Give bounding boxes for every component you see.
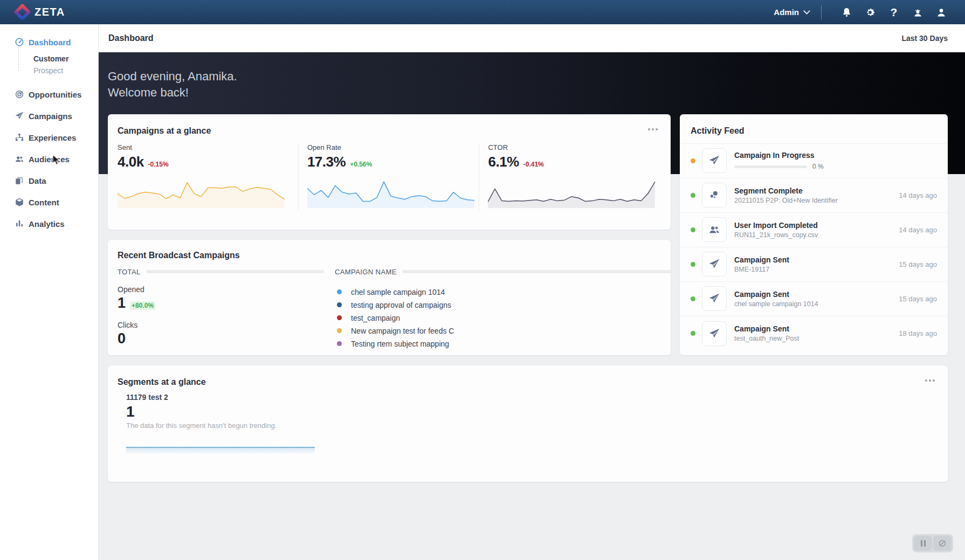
legend-dot [337,328,342,333]
recent-broadcast-card: Recent Broadcast Campaigns TOTAL Opened [108,240,671,355]
brand-name: ZETA [35,6,65,18]
more-options-icon[interactable] [646,126,660,133]
feed-timestamp: 15 days ago [899,260,937,268]
sidebar-subitem-customer[interactable]: Customer [0,53,98,65]
more-options-icon[interactable] [923,377,937,384]
gauge-icon [15,37,24,47]
sidebar-item-dashboard[interactable]: Dashboard [0,31,98,53]
bar-chart-icon [15,219,24,229]
campaign-legend-item[interactable]: New campaign test for feeds C [335,324,660,337]
sidebar-nav: Dashboard Customer Prospect Opportunitie… [0,24,99,560]
sidebar-item-label: Dashboard [29,38,71,47]
notifications-bell-icon[interactable] [835,4,858,20]
paper-plane-icon [702,252,727,276]
page-title: Dashboard [108,33,154,43]
pause-button[interactable] [914,536,932,551]
stat-delta: -0.41% [523,161,544,168]
legend-dot [337,341,342,346]
crossed-circle-icon [938,539,947,548]
stat-delta: +0.56% [350,161,372,168]
top-nav-bar: ZETA Admin ? [0,0,965,24]
campaign-legend-item[interactable]: chel sample campaign 1014 [335,286,660,299]
status-dot [691,158,695,163]
stat-ctor: CTOR 6.1% -0.41% [479,143,660,210]
people-icon [15,154,24,164]
greeting-message: Good evening, Anamika. Welcome back! [108,68,948,101]
page-header: Dashboard Last 30 Days [99,24,965,52]
disable-auto-refresh-button[interactable] [933,536,952,551]
tree-connector [18,46,19,71]
feed-timestamp: 14 days ago [899,191,937,199]
progress-bar [734,165,807,168]
feed-timestamp: 14 days ago [899,226,937,234]
segment-note: The data for this segment hasn't begun t… [126,421,937,430]
campaign-name-column-header: CAMPAIGN NAME [335,268,397,276]
feed-item[interactable]: Campaign In Progress 0 % [680,144,948,178]
user-profile-icon[interactable] [929,4,953,20]
flow-icon [15,133,24,142]
stat-open-rate: Open Rate 17.3% +0.56% [298,143,479,210]
stat-value: 4.0k [118,154,144,170]
sidebar-item-opportunities[interactable]: Opportunities [0,84,98,105]
segments-glance-card: Segments at a glance 11179 test 2 1 The … [108,365,948,482]
feed-item[interactable]: Campaign Sent chel sample campaign 1014 … [680,282,948,316]
sidebar-item-label: Analytics [29,219,65,229]
sidebar-item-label: Opportunities [29,90,81,99]
activity-feed-card: Activity Feed Campaign In Progress [680,114,948,355]
feed-controls [912,534,953,552]
chevron-down-icon [803,8,810,15]
paper-plane-icon [702,321,727,346]
open-rate-sparkline [307,179,474,208]
sidebar-item-label: Experiences [29,133,76,142]
status-dot [691,262,695,267]
pause-icon [921,540,926,547]
admin-dropdown[interactable]: Admin [774,8,809,17]
segment-value: 1 [126,403,937,420]
header-bar [146,270,324,273]
delta-badge: +80.0% [130,301,155,310]
pages-icon [15,176,24,185]
sidebar-item-data[interactable]: Data [0,170,98,191]
paper-plane-icon [702,286,727,311]
campaign-legend-item[interactable]: Testing rtem subject mapping [335,337,660,350]
target-icon [15,89,24,99]
support-agent-icon[interactable] [906,4,929,20]
sidebar-item-campaigns[interactable]: Campaigns [0,105,98,127]
card-title: Activity Feed [691,126,745,135]
status-dot [691,296,695,301]
topbar-divider [821,5,822,19]
sidebar-subitem-prospect[interactable]: Prospect [0,65,98,77]
sidebar-item-content[interactable]: Content [0,191,98,213]
card-title: Recent Broadcast Campaigns [118,251,240,260]
help-question-icon[interactable]: ? [882,4,906,20]
sidebar-item-analytics[interactable]: Analytics [0,213,98,234]
sidebar-item-label: Data [29,176,46,185]
campaign-legend-list: chel sample campaign 1014 testing approv… [335,286,660,350]
date-range-filter[interactable]: Last 30 Days [901,34,948,43]
campaign-legend-item[interactable]: testing approval of campaigns [335,299,660,312]
progress-label: 0 % [812,163,824,170]
sidebar-item-experiences[interactable]: Experiences [0,127,98,148]
legend-dot [337,315,342,320]
people-icon [702,217,727,242]
segment-icon [702,183,727,208]
campaign-legend-item[interactable]: test_campaign [335,312,660,324]
status-dot [691,331,695,336]
sidebar-item-audiences[interactable]: Audiences [0,148,98,170]
feed-item[interactable]: User Import Completed RUN11_21k_rows_cop… [680,213,948,247]
campaigns-glance-card: Campaigns at a glance Sent 4.0k -0.15% [108,114,671,230]
header-bar [402,270,672,273]
zeta-logo[interactable]: ZETA [16,6,65,18]
settings-gear-icon[interactable] [858,4,882,20]
legend-dot [337,289,342,294]
feed-item[interactable]: Segment Complete 20211015 P2P: Old+New I… [680,178,948,213]
total-column-header: TOTAL [118,268,141,276]
stat-delta: -0.15% [148,161,169,168]
admin-label: Admin [774,8,799,17]
cube-icon [15,197,24,207]
feed-item[interactable]: Campaign Sent test_oauth_new_Post 18 day… [680,316,948,351]
feed-item[interactable]: Campaign Sent BME-19117 15 days ago [680,247,948,282]
sidebar-item-label: Audiences [29,155,70,164]
feed-timestamp: 15 days ago [899,295,937,303]
card-title: Segments at a glance [118,377,206,387]
